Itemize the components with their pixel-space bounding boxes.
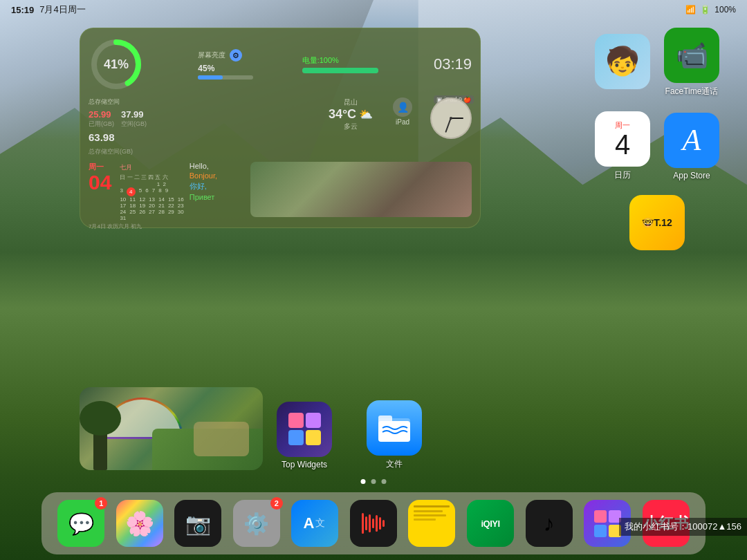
free-label: 空闲(GB) <box>121 120 147 129</box>
storage-detail: 总存储空间 25.99 已用(GB) 37.99 空闲(GB) 63.98 总存… <box>89 97 320 156</box>
cal-lunar-date: 7月4日 农历六月 初九 <box>89 223 184 230</box>
battery-percent: 100% <box>714 5 736 15</box>
status-date: 7月4日周一 <box>39 3 85 16</box>
topwidgets-label: Top Widgets <box>282 460 327 469</box>
svg-rect-8 <box>372 519 374 528</box>
cal-datenum: 04 <box>89 172 111 193</box>
t12-icon[interactable]: 🤓T.12 <box>629 195 685 250</box>
dock-messages[interactable]: 💬 1 <box>57 500 104 547</box>
topwidgets-icon[interactable] <box>277 402 332 457</box>
facetime-label: FaceTime通话 <box>665 86 719 97</box>
page-dot-2 <box>371 479 376 484</box>
dock-notes[interactable] <box>408 500 455 547</box>
page-dots <box>361 479 387 484</box>
calendar-mini: 周一 04 七月 日 一 二 三 四 五 六 1 2 3456789 1 <box>89 162 184 230</box>
main-widget[interactable]: 41% 屏幕亮度 ⚙ 45% 电量:100% 03:19 总存储空间 <box>80 28 481 228</box>
topwidgets-app[interactable]: Top Widgets <box>277 402 332 469</box>
free-gb: 37.99 <box>121 109 147 120</box>
cal-row3: 10111213141516 <box>120 196 183 203</box>
dock-camera[interactable]: 📷 <box>174 500 221 547</box>
dock: 💬 1 🌸 📷 ⚙️ 2 A 文 <box>42 492 706 554</box>
brightness-fill <box>198 75 223 80</box>
brightness-value: 45% <box>198 64 253 73</box>
files-app[interactable]: 文件 <box>367 400 422 470</box>
calendar-app[interactable]: 周一 4 日历 <box>595 111 650 181</box>
gear-icon[interactable]: ⚙ <box>230 49 242 62</box>
weather-section: 昆山 34°C ⛅ 多云 <box>326 97 375 156</box>
svg-rect-9 <box>376 515 378 532</box>
battery-label: 电量:100% <box>302 55 385 66</box>
page-dot-3 <box>382 479 387 484</box>
total-label: 总存储空间(GB) <box>89 148 133 155</box>
svg-rect-4 <box>378 416 392 425</box>
cal-row1: 1 2 <box>120 181 183 187</box>
dock-settings[interactable]: ⚙️ 2 <box>233 500 280 547</box>
widget-time: 03:19 <box>434 55 472 73</box>
total-gb: 63.98 <box>89 131 115 143</box>
device-name: iPad <box>396 118 409 126</box>
files-label: 文件 <box>386 458 403 470</box>
cal-row5: 24252627282930 <box>120 209 183 215</box>
storage-title: 总存储空间 <box>89 97 320 106</box>
sticker-app[interactable]: 🧒 <box>595 34 650 92</box>
battery-fill <box>302 68 378 73</box>
small-photo-widget <box>250 162 472 217</box>
dock-photos[interactable]: 🌸 <box>116 500 163 547</box>
facetime-icon[interactable]: 📹 <box>664 28 719 83</box>
weather-temp: 34°C <box>329 107 356 122</box>
clock-face <box>430 97 472 139</box>
facetime-app[interactable]: 📹 FaceTime通话 <box>664 28 719 97</box>
dock-tiktok[interactable]: ♪ <box>526 500 573 547</box>
used-label: 已用(GB) <box>89 120 114 129</box>
wifi-icon: 📶 <box>685 5 696 15</box>
page-dot-1 <box>361 479 366 484</box>
photo-house <box>194 422 249 456</box>
weather-desc: 多云 <box>344 122 358 131</box>
sticker-icon[interactable]: 🧒 <box>595 34 650 89</box>
messages-badge: 1 <box>95 497 107 510</box>
t12-app[interactable]: 🤓T.12 <box>595 195 719 250</box>
svg-rect-5 <box>362 513 364 534</box>
status-bar: 15:19 7月4日周一 📶 🔋 100% <box>0 0 747 19</box>
appstore-label: App Store <box>673 171 710 180</box>
storage-percent: 41% <box>104 57 129 72</box>
tree <box>93 422 107 470</box>
cal-icon-date: 4 <box>615 131 630 158</box>
appstore-app[interactable]: A App Store <box>664 113 719 180</box>
weather-location: 昆山 <box>344 97 358 107</box>
status-time: 15:19 <box>11 5 34 15</box>
dock-voice-memos[interactable] <box>350 500 397 547</box>
dock-translate[interactable]: A 文 <box>291 500 338 547</box>
appstore-icon[interactable]: A <box>664 113 719 168</box>
weather-icon: ⛅ <box>359 108 373 121</box>
cal-row4: 17181920212223 <box>120 203 183 209</box>
brightness-bar <box>198 75 253 80</box>
center-apps: Top Widgets 文件 <box>277 400 422 470</box>
svg-rect-10 <box>379 517 381 530</box>
device-icon: 👤 <box>393 97 412 117</box>
large-photo-widget[interactable] <box>80 387 263 470</box>
clock-container: ▣ iPad 9 🍎 <box>430 97 472 156</box>
cal-row2: 3456789 <box>120 187 183 196</box>
brightness-label: 屏幕亮度 <box>198 50 225 60</box>
calendar-label: 日历 <box>614 169 631 181</box>
battery-section: 电量:100% <box>302 55 385 73</box>
svg-rect-6 <box>365 516 367 530</box>
dock-iqiyi[interactable]: iQIYI <box>467 500 514 547</box>
greeting-en: Hello, <box>190 162 245 170</box>
clock-hour-hand <box>451 118 463 119</box>
clock-minute-hand <box>445 118 452 133</box>
battery-icon: 🔋 <box>700 5 710 15</box>
greeting-zh: 你好, <box>190 181 245 192</box>
calendar-icon[interactable]: 周一 4 <box>595 111 650 167</box>
svg-rect-7 <box>369 514 371 532</box>
files-icon[interactable] <box>367 400 422 456</box>
cal-month-red: 七月 <box>120 163 183 172</box>
greeting-ru: Привет <box>190 193 245 201</box>
cal-days-header: 日 一 二 三 四 五 六 <box>120 174 183 181</box>
right-apps: 🧒 📹 FaceTime通话 周一 4 日历 A <box>595 28 719 250</box>
cal-row6: 31 <box>120 215 183 221</box>
greeting-fr: Bonjour, <box>190 171 245 180</box>
device-section: 👤 iPad <box>382 97 423 156</box>
used-gb: 25.99 <box>89 109 114 120</box>
